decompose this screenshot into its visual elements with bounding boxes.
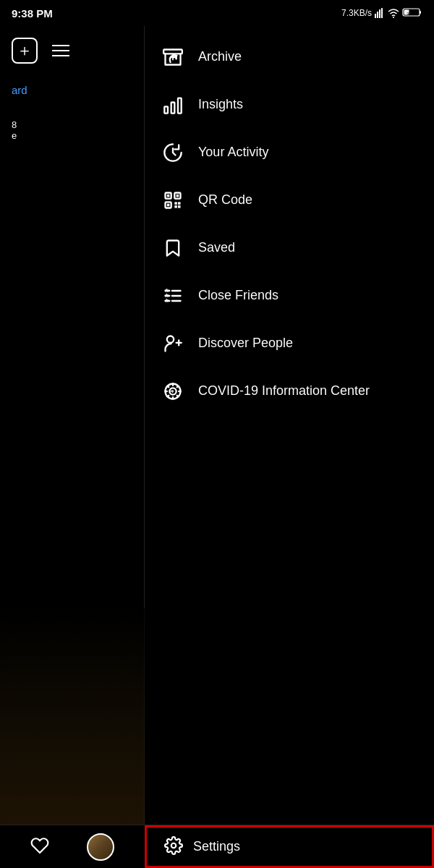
status-time: 9:38 PM (12, 7, 53, 20)
signal-icon-1 (375, 8, 385, 18)
menu-item-insights[interactable]: Insights (145, 81, 434, 129)
discover-icon (162, 333, 184, 354)
svg-rect-11 (171, 103, 175, 114)
qr-label: QR Code (198, 192, 252, 208)
new-post-button[interactable]: ＋ (12, 38, 38, 64)
sidebar-user-line1: 8 (12, 119, 132, 130)
covid-icon (162, 380, 184, 402)
menu-item-qr[interactable]: QR Code (145, 176, 434, 224)
archive-icon (162, 46, 184, 68)
profile-link[interactable]: ard (0, 75, 144, 105)
archive-label: Archive (198, 48, 242, 65)
svg-rect-22 (178, 205, 181, 208)
menu-item-close-friends[interactable]: ★ ★ ★ Close Friends (145, 272, 434, 320)
hamburger-menu[interactable] (52, 45, 69, 56)
battery-level: 38 (402, 7, 422, 20)
svg-rect-19 (174, 202, 177, 205)
svg-point-40 (171, 843, 176, 848)
svg-rect-1 (377, 12, 378, 18)
wifi-icon (388, 8, 399, 18)
insights-icon (162, 94, 184, 116)
background-image (0, 608, 145, 825)
svg-text:38: 38 (407, 12, 412, 16)
status-bar: 9:38 PM 7.3KB/s 38 (0, 0, 434, 26)
saved-label: Saved (198, 239, 235, 256)
battery-icon: 38 (402, 7, 422, 17)
bottom-bar: Settings (0, 825, 434, 868)
svg-rect-12 (178, 98, 182, 114)
saved-icon (162, 237, 184, 259)
svg-point-35 (167, 336, 174, 343)
network-speed: 7.3KB/s (341, 8, 372, 18)
status-right: 7.3KB/s 38 (341, 7, 422, 20)
svg-rect-16 (167, 195, 170, 197)
activity-icon (162, 142, 184, 163)
settings-label: Settings (193, 839, 240, 854)
svg-rect-9 (163, 50, 182, 54)
svg-rect-10 (164, 106, 168, 113)
svg-rect-17 (176, 195, 179, 197)
close-friends-icon: ★ ★ ★ (162, 285, 184, 307)
covid-label: COVID-19 Information Center (198, 383, 370, 399)
svg-rect-18 (167, 204, 170, 207)
svg-rect-2 (379, 9, 380, 18)
discover-label: Discover People (198, 335, 293, 352)
menu-panel: Archive Insights Your Activity (145, 26, 434, 825)
activity-label: Your Activity (198, 144, 268, 161)
svg-text:★: ★ (164, 297, 169, 304)
svg-rect-21 (174, 205, 177, 208)
sidebar-user: 8 e (0, 105, 144, 156)
settings-icon (164, 836, 183, 858)
settings-button[interactable]: Settings (145, 825, 434, 868)
svg-rect-20 (178, 202, 181, 205)
sidebar-user-line2: e (12, 130, 132, 141)
menu-item-covid[interactable]: COVID-19 Information Center (145, 367, 434, 415)
menu-item-saved[interactable]: Saved (145, 224, 434, 272)
menu-item-archive[interactable]: Archive (145, 33, 434, 81)
avatar[interactable] (87, 833, 114, 861)
bottom-left (0, 833, 145, 861)
close-friends-label: Close Friends (198, 287, 278, 304)
heart-icon[interactable] (30, 836, 49, 858)
left-panel: ＋ ard 8 e (0, 26, 145, 868)
svg-rect-3 (381, 8, 383, 18)
menu-item-activity[interactable]: Your Activity (145, 129, 434, 176)
svg-rect-0 (375, 14, 376, 18)
qr-icon (162, 190, 184, 211)
menu-item-discover[interactable]: Discover People (145, 320, 434, 367)
svg-point-4 (393, 17, 394, 18)
left-panel-header: ＋ (0, 26, 144, 75)
insights-label: Insights (198, 96, 243, 113)
svg-rect-6 (420, 11, 421, 14)
